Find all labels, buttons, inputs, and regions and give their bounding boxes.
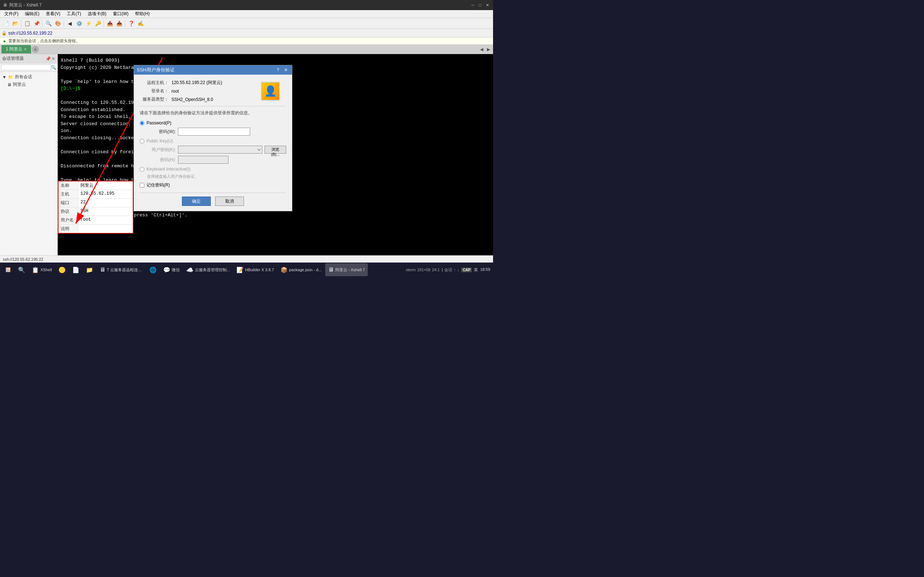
taskbar-hbuilder[interactable]: 📝 HBuilder X 3.8.7 [234,263,277,276]
transfer-button[interactable]: 📤 [105,19,114,28]
taskbar-package[interactable]: 📦 package.json - d... [278,263,325,276]
info-value-username: root [78,216,133,224]
network-down-icon: ↓ [457,268,459,272]
taskbar-icon-2: 🟡 [58,266,66,273]
notification-icon: ► [3,39,7,43]
menu-help[interactable]: 帮助(H) [132,10,153,18]
menu-edit[interactable]: 编辑(E) [22,10,42,18]
dialog-help-button[interactable]: ? [275,67,281,73]
keypass-input[interactable] [178,156,228,164]
session-item-aliyun[interactable]: 🖥 阿里云 [2,81,56,89]
menu-tabs[interactable]: 选项卡(B) [85,10,109,18]
toolbar-separator-4 [103,20,104,27]
minimize-button[interactable]: ─ [470,2,476,8]
taskbar-xshell-active[interactable]: 🖥 阿里云 - Xshell 7 [325,263,368,276]
settings-button[interactable]: ⚙️ [75,19,83,28]
info-row-username: 用户名 root [58,216,133,225]
auth-publickey-option: Public Key(U) [140,139,286,143]
taskbar-search[interactable]: 🔍 [15,263,28,276]
remote-host-label: 远程主机： [140,80,168,86]
panel-close-icon[interactable]: ✕ [52,56,55,61]
tab-aliyun[interactable]: 1 阿里云 ✕ [2,45,31,53]
auth-publickey-section: Public Key(U) 用户密钥(K): 浏览(B)... 密码(H): [140,139,286,164]
confirm-button[interactable]: 确定 [182,197,211,206]
info-value-host: 120.55.62.195 [78,190,133,198]
terminal-line-1: Xshell 7 (Build 0093) [61,57,490,64]
key-button[interactable]: 🔑 [94,19,102,28]
auth-publickey-radio[interactable] [140,139,144,143]
xshell-icon: 📋 [32,266,39,273]
menu-window[interactable]: 窗口(W) [110,10,131,18]
password-input[interactable] [178,128,250,135]
menu-view[interactable]: 查看(V) [43,10,63,18]
taskbar-cloud-control[interactable]: ☁️ 云服务器管理控制... [183,263,233,276]
remember-checkbox[interactable] [140,183,144,187]
wechat-label: 微信 [172,267,180,272]
tab-nav-left[interactable]: ◀ [478,47,485,52]
info-label-desc: 说明 [58,225,78,233]
tab-navigation: ◀ ▶ [478,47,492,52]
open-button[interactable]: 📂 [11,19,19,28]
lightning-button[interactable]: ⚡ [84,19,93,28]
xshell-active-icon: 🖥 [328,266,334,273]
tab-close-button[interactable]: ✕ [24,47,27,51]
auth-password-radio[interactable] [140,121,144,126]
info-value-desc [78,225,133,233]
app-icon: 🖥 [3,3,7,8]
sftp-button[interactable]: 📥 [115,19,123,28]
remember-label: 记住密码(R) [147,182,170,188]
lang-indicator: 英 [474,267,478,272]
cloud-service-label: T 云服务器远程连接... [107,267,143,272]
theme-button[interactable]: 🎨 [53,19,62,28]
new-tab-button[interactable]: + [32,46,39,53]
search-icon: 🔍 [51,65,56,70]
session-search-input[interactable] [1,64,51,70]
dialog-description: 请在下面选择恰当的身份验证方法并提供登录所需的信息。 [140,110,286,116]
taskbar-app-3[interactable]: 📄 [69,263,82,276]
arrow-left[interactable]: ◀ [65,19,74,28]
taskbar-xshell[interactable]: 📋 XShell [29,263,55,276]
start-button[interactable]: 🪟 [2,263,15,276]
status-text: ssh://120.55.62.195:22 [3,257,43,261]
title-bar: 🖥 阿里云 - Xshell 7 ─ □ ✕ [0,0,493,10]
password-field-label: 密码(W): [147,129,176,135]
copy-button[interactable]: 📋 [23,19,31,28]
menu-tools[interactable]: 工具(T) [64,10,84,18]
auth-keyboard-radio[interactable] [140,167,144,172]
paste-button[interactable]: 📌 [32,19,41,28]
connection-info: 远程主机： 120.55.62.195:22 (阿里云) 👤 登录名： root… [140,80,286,106]
userkey-select[interactable] [178,146,262,154]
group-label: 所有会话 [15,74,32,80]
close-button[interactable]: ✕ [485,2,490,8]
taskbar: 🪟 🔍 📋 XShell 🟡 📄 📁 🖥 T 云服务器远程连接... 🌐 💬 微… [0,263,493,277]
auth-password-section: Password(P) 密码(W): [140,121,286,135]
search-button[interactable]: 🔍 [44,19,53,28]
dialog-close-button[interactable]: ✕ [283,67,289,73]
taskbar-wechat[interactable]: 💬 微信 [160,263,183,276]
xshell-active-label: 阿里云 - Xshell 7 [335,267,365,272]
dialog-title: SSH用户身份验证 [137,67,175,73]
package-icon: 📦 [281,266,288,273]
tab-nav-right[interactable]: ▶ [485,47,492,52]
taskbar-app-2[interactable]: 🟡 [56,263,69,276]
title-bar-left: 🖥 阿里云 - Xshell 7 [3,2,42,8]
new-session-button[interactable]: 📄 [2,19,10,28]
info-label-host: 主机 [58,190,78,198]
panel-pin-icon[interactable]: 📌 [45,56,51,61]
taskbar-app-4[interactable]: 📁 [83,263,96,276]
maximize-button[interactable]: □ [477,2,483,8]
status-bar: ssh://120.55.62.195:22 [0,255,493,263]
menu-file[interactable]: 文件(F) [2,10,21,18]
taskbar-cloud-service[interactable]: 🖥 T 云服务器远程连接... [97,263,146,276]
browse-button[interactable]: 浏览(B)... [265,146,286,154]
sessions-count: 1 会话 [441,267,452,272]
taskbar-icon-4: 📁 [86,266,93,273]
help-icon-button[interactable]: ❓ [127,19,135,28]
browser-icon: 🌐 [149,266,157,273]
cap-indicator: CAP [461,268,472,272]
compose-button[interactable]: ✍️ [136,19,145,28]
address-text[interactable]: ssh://120.55.62.195:22 [8,31,52,36]
taskbar-browser[interactable]: 🌐 [147,263,160,276]
session-group-all[interactable]: ▼ 📁 所有会话 [2,73,56,81]
cancel-button[interactable]: 取消 [215,197,244,206]
